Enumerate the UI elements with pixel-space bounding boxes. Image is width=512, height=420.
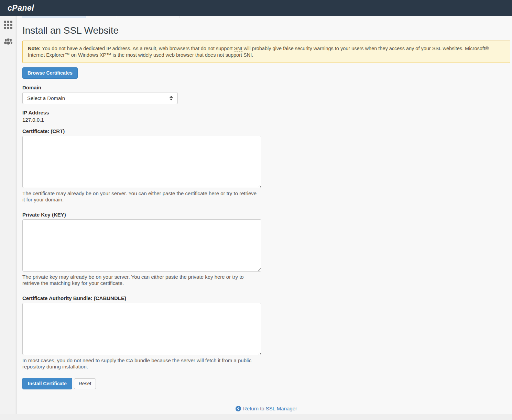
ca-bundle-label: Certificate Authority Bundle: (CABUNDLE) (22, 295, 512, 301)
select-arrows-icon (170, 96, 173, 100)
ca-bundle-help-text: In most cases, you do not need to supply… (22, 357, 260, 370)
tab-strip (22, 16, 179, 18)
domain-select[interactable]: Select a Domain (22, 92, 178, 104)
private-key-help-text: The private key may already be on your s… (22, 274, 260, 286)
domain-select-value: Select a Domain (27, 95, 65, 101)
return-to-ssl-manager-link[interactable]: Return to SSL Manager (236, 406, 297, 411)
ip-address-label: IP Address (22, 110, 512, 115)
apps-grid-icon[interactable] (4, 20, 13, 29)
return-link-label: Return to SSL Manager (243, 406, 297, 411)
certificate-textarea[interactable] (22, 136, 261, 188)
grid-glyph (4, 21, 12, 29)
icon-sidebar (0, 16, 17, 414)
domain-label: Domain (22, 85, 512, 90)
tab-edge-active[interactable] (22, 16, 86, 18)
ip-address-value: 127.0.0.1 (22, 117, 512, 123)
install-certificate-button[interactable]: Install Certificate (22, 378, 72, 389)
private-key-label: Private Key (KEY) (22, 212, 512, 218)
arrow-left-circle-icon (236, 406, 241, 411)
return-link-row: Return to SSL Manager (22, 406, 510, 411)
browse-certificates-button[interactable]: Browse Certificates (22, 67, 78, 79)
sni-abbr-1: SNI (234, 46, 242, 52)
cpanel-logo[interactable]: cPanel (8, 3, 34, 13)
main-content: Install an SSL Website Note: You do not … (22, 16, 512, 411)
private-key-textarea[interactable] (22, 219, 261, 272)
note-text-1: You do not have a dedicated IP address. … (41, 46, 234, 51)
tab-edge-2[interactable] (87, 16, 116, 18)
footer-strip (0, 414, 512, 420)
form-actions: Install Certificate Reset (22, 378, 512, 389)
ca-bundle-textarea[interactable] (22, 303, 261, 355)
note-label: Note: (28, 46, 41, 51)
sni-warning-note: Note: You do not have a dedicated IP add… (22, 41, 510, 63)
top-navbar: cPanel (0, 0, 512, 16)
reset-button[interactable]: Reset (74, 378, 96, 389)
note-text-3: . (252, 52, 253, 58)
users-glyph (4, 37, 13, 45)
tab-edge-3[interactable] (117, 16, 179, 18)
users-icon[interactable] (4, 37, 13, 46)
certificate-label: Certificate: (CRT) (22, 128, 512, 134)
sni-abbr-2: SNI (243, 52, 252, 58)
page-title: Install an SSL Website (22, 25, 512, 36)
certificate-help-text: The certificate may already be on your s… (22, 190, 260, 203)
